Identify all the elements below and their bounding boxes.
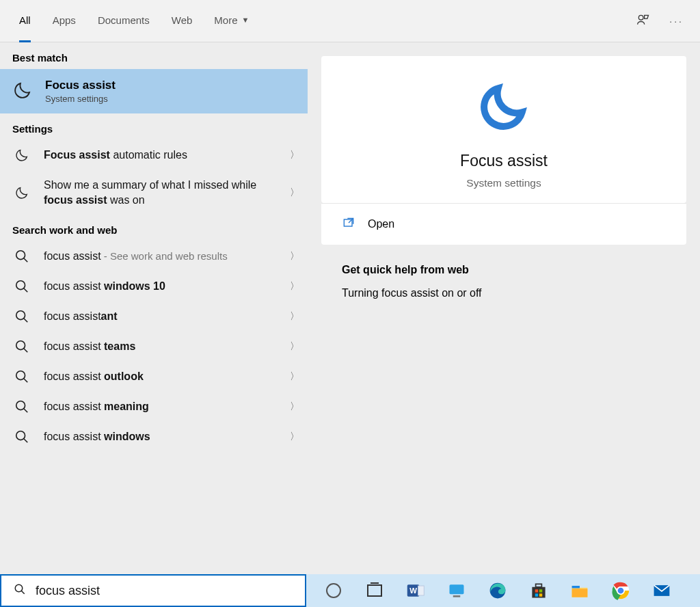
- result-row[interactable]: focus assist windows〉: [0, 422, 308, 452]
- search-icon: [12, 339, 31, 354]
- svg-rect-23: [572, 586, 580, 589]
- tab-all[interactable]: All: [19, 0, 31, 42]
- chevron-right-icon: 〉: [290, 149, 299, 161]
- svg-rect-22: [572, 589, 588, 597]
- svg-rect-21: [539, 593, 542, 596]
- task-view-icon[interactable]: [365, 581, 384, 600]
- result-row[interactable]: focus assist meaning〉: [0, 392, 308, 422]
- svg-rect-17: [536, 584, 542, 586]
- section-search-web: Search work and web: [0, 215, 308, 241]
- result-text: focus assist teams: [44, 339, 278, 354]
- result-row[interactable]: focus assist teams〉: [0, 332, 308, 362]
- svg-point-4: [16, 341, 25, 350]
- svg-point-3: [16, 311, 25, 320]
- result-text: focus assist windows 10: [44, 279, 278, 294]
- search-icon: [12, 399, 31, 414]
- chevron-right-icon: 〉: [290, 280, 299, 293]
- chevron-right-icon: 〉: [290, 401, 299, 413]
- result-row[interactable]: focus assist - See work and web results〉: [0, 241, 308, 271]
- svg-rect-12: [418, 586, 425, 595]
- feedback-icon[interactable]: [636, 13, 650, 29]
- search-box[interactable]: [0, 574, 306, 607]
- result-text: focus assist outlook: [44, 369, 278, 384]
- result-row[interactable]: focus assist windows 10〉: [0, 271, 308, 301]
- svg-rect-16: [532, 587, 545, 598]
- moon-icon: [12, 185, 31, 200]
- search-icon: [12, 429, 31, 444]
- search-icon: [12, 309, 31, 324]
- svg-rect-18: [535, 589, 538, 592]
- tab-apps[interactable]: Apps: [53, 0, 76, 42]
- options-icon[interactable]: ···: [669, 16, 684, 27]
- svg-point-0: [639, 15, 644, 20]
- search-icon: [12, 369, 31, 384]
- svg-rect-14: [453, 595, 461, 597]
- result-text: focus assist meaning: [44, 399, 278, 414]
- svg-point-1: [16, 251, 25, 260]
- result-row[interactable]: Show me a summary of what I missed while…: [0, 170, 308, 215]
- search-icon: [12, 249, 31, 264]
- section-settings: Settings: [0, 113, 308, 140]
- best-match-title: Focus assist: [45, 79, 116, 92]
- svg-point-7: [16, 431, 25, 440]
- chevron-right-icon: 〉: [290, 431, 299, 443]
- tab-documents[interactable]: Documents: [98, 0, 150, 42]
- mail-icon[interactable]: [652, 581, 671, 600]
- result-text: Focus assist automatic rules: [44, 148, 278, 163]
- svg-rect-13: [450, 584, 464, 594]
- best-match-item[interactable]: Focus assist System settings: [0, 69, 308, 113]
- preview-panel: Focus assist System settings Open Get qu…: [308, 42, 700, 574]
- search-icon: [14, 583, 26, 598]
- moon-icon: [12, 148, 31, 163]
- result-text: focus assistant: [44, 309, 278, 324]
- chrome-icon[interactable]: [611, 581, 630, 600]
- monitor-icon[interactable]: [447, 581, 466, 600]
- quick-help-link[interactable]: Turning focus assist on or off: [342, 287, 666, 299]
- svg-text:W: W: [409, 586, 417, 595]
- open-label: Open: [368, 218, 394, 230]
- svg-point-6: [16, 401, 25, 410]
- svg-point-2: [16, 281, 25, 290]
- section-best-match: Best match: [0, 42, 308, 69]
- explorer-icon[interactable]: [570, 581, 589, 600]
- best-match-subtitle: System settings: [45, 94, 116, 104]
- result-text: focus assist windows: [44, 429, 278, 444]
- taskbar: W: [0, 574, 700, 607]
- moon-icon: [12, 80, 33, 103]
- filter-tabs: All Apps Documents Web More▼ ···: [0, 0, 700, 42]
- chevron-right-icon: 〉: [290, 250, 299, 262]
- svg-rect-20: [535, 593, 538, 596]
- result-text: Show me a summary of what I missed while…: [44, 178, 278, 207]
- preview-subtitle: System settings: [321, 177, 686, 189]
- chevron-right-icon: 〉: [290, 187, 299, 199]
- edge-icon[interactable]: [488, 581, 507, 600]
- svg-rect-19: [539, 589, 542, 592]
- quick-help-header: Get quick help from web: [342, 264, 666, 276]
- store-icon[interactable]: [529, 581, 548, 600]
- chevron-right-icon: 〉: [290, 340, 299, 353]
- result-row[interactable]: Focus assist automatic rules〉: [0, 140, 308, 170]
- search-icon: [12, 279, 31, 294]
- moon-icon: [476, 124, 531, 136]
- results-panel: Best match Focus assist System settings …: [0, 42, 308, 574]
- word-icon[interactable]: W: [406, 581, 425, 600]
- chevron-right-icon: 〉: [290, 310, 299, 323]
- svg-point-9: [15, 584, 23, 592]
- search-input[interactable]: [36, 584, 293, 598]
- svg-point-5: [16, 371, 25, 380]
- tab-web[interactable]: Web: [172, 0, 193, 42]
- result-row[interactable]: focus assistant〉: [0, 301, 308, 332]
- result-row[interactable]: focus assist outlook〉: [0, 362, 308, 392]
- preview-title: Focus assist: [321, 152, 686, 170]
- chevron-right-icon: 〉: [290, 370, 299, 383]
- tab-more[interactable]: More▼: [214, 0, 249, 42]
- result-text: focus assist - See work and web results: [44, 249, 278, 264]
- open-icon: [342, 216, 355, 232]
- cortana-icon[interactable]: [324, 581, 343, 600]
- open-button[interactable]: Open: [321, 203, 686, 245]
